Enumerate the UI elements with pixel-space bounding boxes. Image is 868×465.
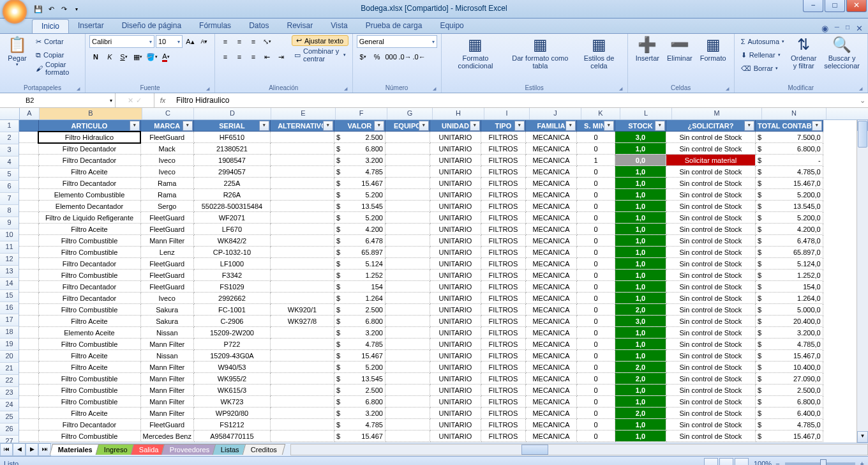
cell[interactable]: $2.500,0: [755, 385, 823, 396]
cell[interactable]: [19, 362, 38, 373]
cell[interactable]: Solicitar material: [666, 155, 755, 166]
cell[interactable]: Lenz: [140, 247, 193, 258]
ribbon-tab[interactable]: Equipo: [431, 19, 472, 33]
row-header[interactable]: 7: [0, 193, 19, 205]
cell[interactable]: $5.200: [334, 189, 385, 201]
underline-button[interactable]: S▾: [117, 50, 130, 63]
cell[interactable]: UNITARIO: [430, 350, 481, 362]
cell[interactable]: $4.785,0: [755, 166, 823, 178]
cell[interactable]: Filtro Aceite: [38, 166, 140, 178]
comma-button[interactable]: 000: [385, 50, 398, 63]
cell[interactable]: Filtro de Liquido Refigerante: [38, 212, 140, 224]
cell[interactable]: 1,0: [615, 212, 666, 224]
column-header[interactable]: C: [142, 108, 194, 119]
cell[interactable]: FILTROS: [481, 327, 525, 339]
cell[interactable]: Mann Filter: [140, 373, 193, 385]
cell[interactable]: 1,0: [615, 281, 666, 293]
cell[interactable]: [385, 419, 430, 431]
cell[interactable]: 2,0: [615, 373, 666, 385]
cell[interactable]: Filtro Combustible: [38, 385, 140, 396]
cell[interactable]: Sin control de Stock: [666, 281, 755, 293]
cell[interactable]: $10.400,0: [755, 362, 823, 373]
sheet-tab[interactable]: Proveedores: [161, 444, 218, 455]
cell[interactable]: [19, 189, 38, 201]
row-header[interactable]: 22: [0, 375, 19, 387]
cell[interactable]: [385, 431, 430, 442]
cell[interactable]: [270, 396, 334, 408]
cell[interactable]: [385, 212, 430, 224]
cell[interactable]: MECANICA: [525, 431, 576, 442]
table-header-cell[interactable]: VALOR▾: [334, 120, 385, 132]
column-header[interactable]: N: [762, 108, 827, 119]
font-face-combo[interactable]: Calibri▾: [89, 35, 154, 48]
column-header[interactable]: E: [271, 108, 336, 119]
cell[interactable]: Sergo: [140, 201, 193, 212]
autosum-button[interactable]: ΣAutosuma▾: [738, 35, 787, 48]
cell[interactable]: Filtro Aceite: [38, 224, 140, 235]
cell[interactable]: [270, 258, 334, 270]
cell[interactable]: $6.800,0: [755, 396, 823, 408]
cell[interactable]: Sin control de Stock: [666, 373, 755, 385]
filter-dropdown-icon[interactable]: ▾: [374, 121, 384, 131]
cell[interactable]: FILTROS: [481, 362, 525, 373]
cell[interactable]: UNITARIO: [430, 201, 481, 212]
cell[interactable]: 0: [576, 201, 615, 212]
cell[interactable]: [19, 178, 38, 189]
cell[interactable]: $15.467: [334, 350, 385, 362]
cell[interactable]: [270, 166, 334, 178]
cell[interactable]: FILTROS: [481, 166, 525, 178]
cell[interactable]: Filtro Aceite: [38, 408, 140, 419]
cell[interactable]: FILTROS: [481, 396, 525, 408]
cell[interactable]: 0: [576, 247, 615, 258]
cell[interactable]: MECANICA: [525, 247, 576, 258]
cell[interactable]: Iveco: [140, 293, 193, 304]
cell[interactable]: MECANICA: [525, 224, 576, 235]
cell[interactable]: 0,0: [615, 155, 666, 166]
increase-indent-button[interactable]: ⇥: [275, 50, 288, 63]
zoom-out-button[interactable]: −: [775, 460, 779, 466]
cell[interactable]: CP-1032-10: [193, 247, 270, 258]
cell[interactable]: 1,0: [615, 166, 666, 178]
cell[interactable]: $15.467,0: [755, 178, 823, 189]
row-header[interactable]: 25: [0, 411, 19, 423]
ribbon-minimize-icon[interactable]: ─: [835, 24, 839, 33]
qat-undo-icon[interactable]: ↶: [46, 4, 56, 14]
column-header[interactable]: D: [194, 108, 271, 119]
cell[interactable]: MECANICA: [525, 396, 576, 408]
cell[interactable]: [385, 362, 430, 373]
cell[interactable]: [385, 304, 430, 316]
cell[interactable]: [19, 316, 38, 327]
align-left-button[interactable]: ≡: [219, 50, 232, 63]
cell[interactable]: [270, 281, 334, 293]
cell[interactable]: $5.200,0: [755, 189, 823, 201]
cell[interactable]: [385, 373, 430, 385]
cell[interactable]: UNITARIO: [430, 304, 481, 316]
cell[interactable]: MECANICA: [525, 270, 576, 281]
cell[interactable]: Mann Filter: [140, 235, 193, 247]
cell[interactable]: 550228-500315484: [193, 201, 270, 212]
cell[interactable]: Filtro Decantador: [38, 293, 140, 304]
cell[interactable]: Sin control de Stock: [666, 304, 755, 316]
cell[interactable]: 2994057: [193, 166, 270, 178]
filter-dropdown-icon[interactable]: ▾: [514, 121, 525, 131]
align-middle-button[interactable]: ≡: [233, 35, 246, 48]
cell[interactable]: Filtro Decantador: [38, 419, 140, 431]
cell[interactable]: FILTROS: [481, 224, 525, 235]
cell[interactable]: HF6510: [193, 132, 270, 143]
cell[interactable]: MECANICA: [525, 327, 576, 339]
cell[interactable]: Filtro Decantador: [38, 178, 140, 189]
page-layout-view-button[interactable]: [719, 458, 733, 466]
cell[interactable]: [19, 201, 38, 212]
paste-button[interactable]: 📋 Pegar ▾: [4, 35, 31, 68]
cell[interactable]: 0: [576, 189, 615, 201]
row-header[interactable]: 12: [0, 254, 19, 266]
cell[interactable]: 0: [576, 327, 615, 339]
font-color-button[interactable]: A▾: [160, 50, 172, 63]
align-bottom-button[interactable]: ≡: [247, 35, 260, 48]
cell[interactable]: $15.467: [334, 178, 385, 189]
cell[interactable]: UNITARIO: [430, 431, 481, 442]
cell[interactable]: Nissan: [140, 327, 193, 339]
cell[interactable]: MECANICA: [525, 155, 576, 166]
cell[interactable]: $4.200: [334, 224, 385, 235]
cell[interactable]: $1.264,0: [755, 293, 823, 304]
